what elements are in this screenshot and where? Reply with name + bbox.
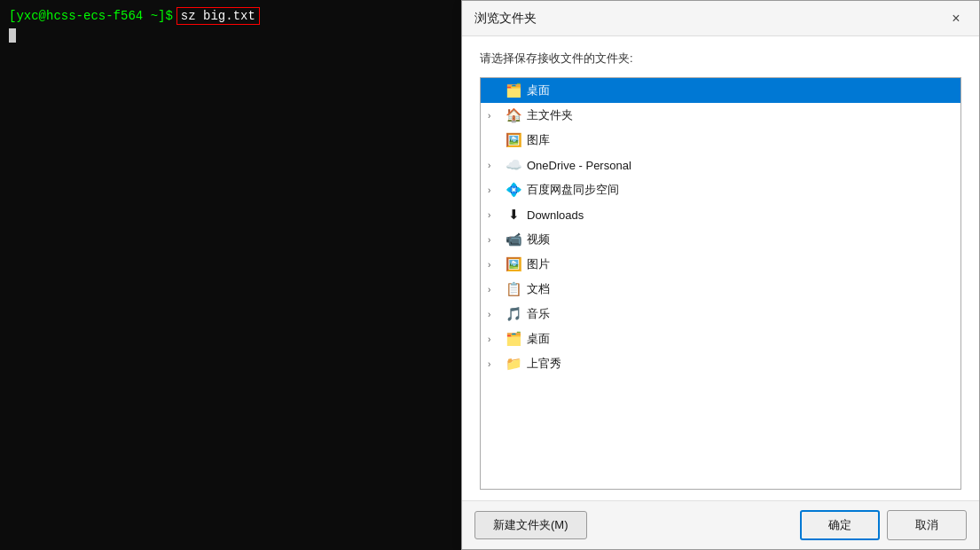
- tree-item-label: 桌面: [527, 82, 550, 98]
- dialog-body: 请选择保存接收文件的文件夹: 🗂️桌面›🏠主文件夹🖼️图库›☁️OneDrive…: [462, 36, 979, 500]
- folder-icon: 📹: [504, 231, 523, 248]
- folder-icon: 🗂️: [504, 82, 523, 99]
- chevron-icon: ›: [488, 111, 502, 121]
- tree-item-label: 百度网盘同步空间: [527, 182, 619, 198]
- tree-item-home[interactable]: ›🏠主文件夹: [481, 103, 960, 128]
- tree-item-baidu[interactable]: ›💠百度网盘同步空间: [481, 177, 960, 202]
- folder-icon: 📁: [504, 355, 523, 373]
- tree-item-label: 音乐: [527, 306, 550, 322]
- tree-item-downloads[interactable]: ›⬇Downloads: [481, 202, 960, 227]
- tree-item-gallery[interactable]: 🖼️图库: [481, 128, 960, 153]
- terminal-user: [yxc@hcss-ecs-f564 ~]$: [9, 9, 173, 23]
- tree-item-label: OneDrive - Personal: [527, 159, 631, 172]
- dialog-close-button[interactable]: ×: [945, 8, 967, 29]
- chevron-icon: ›: [488, 185, 502, 195]
- dialog-title: 浏览文件夹: [474, 11, 537, 27]
- tree-item-label: 图库: [527, 132, 550, 148]
- file-tree-container[interactable]: 🗂️桌面›🏠主文件夹🖼️图库›☁️OneDrive - Personal›💠百度…: [480, 77, 961, 490]
- ok-button[interactable]: 确定: [800, 510, 880, 540]
- tree-item-videos[interactable]: ›📹视频: [481, 227, 960, 252]
- tree-item-label: 视频: [527, 232, 550, 248]
- dialog-area: 浏览文件夹 × 请选择保存接收文件的文件夹: 🗂️桌面›🏠主文件夹🖼️图库›☁️…: [461, 0, 980, 550]
- dialog-footer: 新建文件夹(M) 确定 取消: [462, 500, 979, 549]
- tree-item-documents[interactable]: ›📋文档: [481, 277, 960, 302]
- chevron-icon: ›: [488, 334, 502, 344]
- footer-right-buttons: 确定 取消: [800, 510, 967, 540]
- folder-icon: 💠: [504, 181, 523, 199]
- folder-icon: ⬇: [504, 206, 523, 224]
- tree-item-shangguanxiu[interactable]: ›📁上官秀: [481, 351, 960, 376]
- tree-item-label: 图片: [527, 256, 550, 272]
- tree-item-label: Downloads: [527, 208, 584, 222]
- chevron-icon: ›: [488, 161, 502, 170]
- folder-icon: ☁️: [504, 156, 523, 174]
- terminal-prompt: [yxc@hcss-ecs-f564 ~]$ sz big.txt: [9, 7, 452, 25]
- chevron-icon: ›: [488, 359, 502, 369]
- tree-item-onedrive[interactable]: ›☁️OneDrive - Personal: [481, 153, 960, 177]
- chevron-icon: ›: [488, 210, 502, 220]
- new-folder-button[interactable]: 新建文件夹(M): [474, 511, 587, 539]
- tree-item-label: 桌面: [527, 331, 550, 347]
- tree-item-label: 主文件夹: [527, 107, 573, 123]
- chevron-icon: ›: [488, 285, 502, 295]
- chevron-icon: ›: [488, 310, 502, 319]
- browse-folder-dialog: 浏览文件夹 × 请选择保存接收文件的文件夹: 🗂️桌面›🏠主文件夹🖼️图库›☁️…: [461, 0, 980, 550]
- dialog-instruction: 请选择保存接收文件的文件夹:: [480, 51, 961, 67]
- cancel-button[interactable]: 取消: [887, 510, 967, 540]
- terminal-cursor: [9, 28, 16, 43]
- tree-item-music[interactable]: ›🎵音乐: [481, 302, 960, 326]
- folder-icon: 📋: [504, 280, 523, 298]
- chevron-icon: ›: [488, 235, 502, 245]
- dialog-titlebar: 浏览文件夹 ×: [462, 1, 979, 36]
- folder-icon: 🖼️: [504, 255, 523, 273]
- tree-item-desktop-top[interactable]: 🗂️桌面: [481, 78, 960, 103]
- terminal: [yxc@hcss-ecs-f564 ~]$ sz big.txt: [0, 0, 461, 550]
- tree-item-pictures[interactable]: ›🖼️图片: [481, 252, 960, 277]
- chevron-icon: ›: [488, 260, 502, 270]
- tree-item-desktop-bottom[interactable]: ›🗂️桌面: [481, 326, 960, 351]
- folder-icon: 🖼️: [504, 131, 523, 149]
- folder-icon: 🎵: [504, 305, 523, 323]
- terminal-command: sz big.txt: [176, 7, 260, 25]
- tree-item-label: 文档: [527, 281, 550, 297]
- folder-icon: 🗂️: [504, 330, 523, 348]
- folder-icon: 🏠: [504, 106, 523, 124]
- tree-item-label: 上官秀: [527, 356, 561, 372]
